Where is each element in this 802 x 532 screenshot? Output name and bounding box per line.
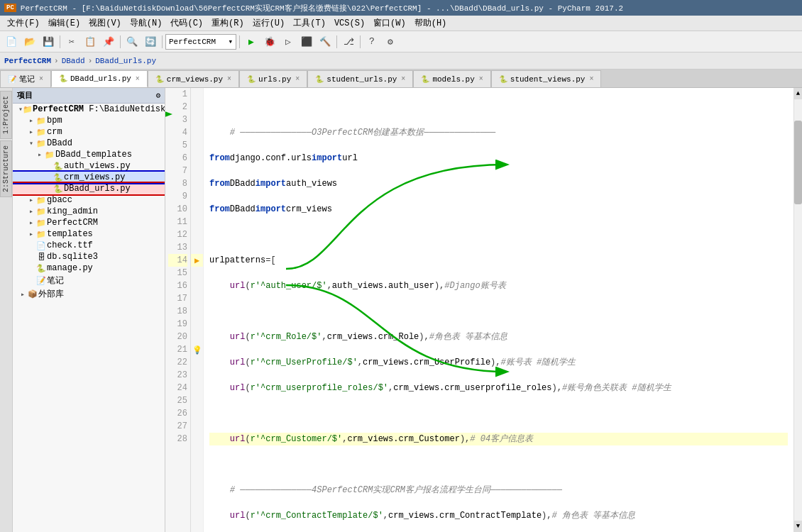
tab-models-close[interactable]: × xyxy=(479,75,483,83)
sidebar-header: 项目 ⚙ xyxy=(13,88,165,104)
tab-crm-views-close[interactable]: × xyxy=(227,75,231,83)
tab-models[interactable]: 🐍 models.py × xyxy=(413,70,490,87)
nav-item-project[interactable]: PerfectCRM xyxy=(4,57,51,65)
toolbar-build[interactable]: 🔨 xyxy=(317,34,334,50)
tree-perfectcrm-sub[interactable]: ▸ 📁 PerfectCRM xyxy=(13,217,165,228)
toolbar-run[interactable]: ▶ xyxy=(243,34,260,50)
nav-item-dbadd[interactable]: DBadd xyxy=(62,57,85,65)
file-icon-db-sqlite3: 🗄 xyxy=(35,253,47,262)
code-editor[interactable]: 1 2 3 4 5 6 7 8 9 10 11 12 13 14 15 16 1… xyxy=(165,88,793,532)
tab-notes[interactable]: 📝 笔记 × xyxy=(0,70,51,87)
menu-item[interactable]: 文件(F) xyxy=(3,17,44,29)
bulb-icon[interactable]: 💡 xyxy=(191,343,203,356)
menu-item[interactable]: 帮助(H) xyxy=(410,17,451,29)
file-icon-notes: 📝 xyxy=(35,276,47,285)
toolbar-copy[interactable]: 📋 xyxy=(82,34,99,50)
toolbar-run2[interactable]: ▷ xyxy=(280,34,297,50)
tree-notes[interactable]: ▸ 📝 笔记 xyxy=(13,274,165,287)
sidebar-settings-icon[interactable]: ⚙ xyxy=(155,91,160,100)
code-content[interactable]: # ——————————————O3PerfectCRM创建基本数据——————… xyxy=(204,88,793,532)
gutter-3 xyxy=(191,113,203,126)
tree-gbacc[interactable]: ▸ 📁 gbacc xyxy=(13,194,165,206)
toolbar-settings[interactable]: ⚙ xyxy=(382,34,399,50)
ln-22: 22 xyxy=(168,356,187,369)
menu-item[interactable]: 代码(C) xyxy=(166,17,207,29)
menu-item[interactable]: 窗口(W) xyxy=(369,17,410,29)
ln-14: 14 xyxy=(168,254,187,267)
tree-king-admin[interactable]: ▸ 📁 king_admin xyxy=(13,206,165,217)
tab-urls-close[interactable]: × xyxy=(295,75,300,83)
project-dropdown[interactable]: PerfectCRM ▾ xyxy=(165,34,236,50)
toolbar-paste[interactable]: 📌 xyxy=(100,34,117,50)
tab-crm-views[interactable]: 🐍 crm_views.py × xyxy=(148,70,239,87)
tree-arrow-gbacc: ▸ xyxy=(27,196,35,204)
tree-label-bpm: bpm xyxy=(47,116,62,126)
tree-label-auth-views: auth_views.py xyxy=(64,161,131,171)
scroll-up-btn[interactable]: ▲ xyxy=(794,88,802,99)
tab-student-views[interactable]: 🐍 student_views.py × xyxy=(491,70,602,87)
tree-crm[interactable]: ▸ 📁 crm xyxy=(13,126,165,138)
menu-item[interactable]: 导航(N) xyxy=(126,17,167,29)
menu-item[interactable]: 视图(V) xyxy=(84,17,126,29)
toolbar-new[interactable]: 📄 xyxy=(3,34,20,50)
menu-item[interactable]: VCS(S) xyxy=(330,18,369,28)
ln-26: 26 xyxy=(168,407,187,420)
ln-12: 12 xyxy=(168,228,187,241)
tree-dbadd[interactable]: ▾ 📁 DBadd xyxy=(13,138,165,149)
tree-check-ttf[interactable]: ▸ 📄 check.ttf xyxy=(13,240,165,251)
tree-label-templates: templates xyxy=(47,229,93,239)
code-line-7: urlpatterns = [ xyxy=(209,254,788,267)
tab-dbadd-urls[interactable]: 🐍 DBadd_urls.py × xyxy=(51,70,148,87)
toolbar-debug[interactable]: 🐞 xyxy=(261,34,278,50)
tree-manage-py[interactable]: ▸ 🐍 manage.py xyxy=(13,262,165,274)
tree-external-lib[interactable]: ▸ 📦 外部库 xyxy=(13,287,165,301)
tab-student-urls-close[interactable]: × xyxy=(401,75,405,83)
toolbar-cut[interactable]: ✂ xyxy=(63,34,80,50)
tab-notes-close[interactable]: × xyxy=(39,75,43,83)
main-area: 1:Project 2:Structure 项目 ⚙ ▾ 📁 PerfectCR… xyxy=(0,88,802,532)
tree-dbadd-urls[interactable]: ▸ 🐍 DBadd_urls.py xyxy=(13,183,165,194)
toolbar-separator-5 xyxy=(336,35,337,48)
ln-2: 2 xyxy=(168,101,187,113)
nav-item-file[interactable]: DBadd_urls.py xyxy=(95,57,156,65)
project-tab[interactable]: 1:Project xyxy=(0,91,12,139)
gutter-20 xyxy=(191,331,203,343)
sidebar-title: 项目 xyxy=(17,90,33,101)
tab-dbadd-urls-close[interactable]: × xyxy=(136,75,140,83)
tree-perfectcrm[interactable]: ▾ 📁 PerfectCRM F:\BaiduNetdiskDownload\5… xyxy=(13,104,165,115)
ln-27: 27 xyxy=(168,420,187,433)
gutter-10 xyxy=(191,203,203,216)
ln-28: 28 xyxy=(168,433,187,445)
code-line-17: url(r'^crm_ContractTemplate/$', crm_view… xyxy=(209,509,788,522)
tree-label-dbadd: DBadd xyxy=(47,138,72,148)
toolbar-open[interactable]: 📂 xyxy=(21,34,38,50)
toolbar-save[interactable]: 💾 xyxy=(40,34,57,50)
tab-student-urls[interactable]: 🐍 student_urls.py × xyxy=(307,70,413,87)
tree-label-perfectcrm-sub: PerfectCRM xyxy=(47,218,98,228)
tree-bpm[interactable]: ▸ 📁 bpm xyxy=(13,115,165,126)
scroll-thumb[interactable] xyxy=(794,121,802,205)
vertical-scrollbar[interactable]: ▲ ▼ xyxy=(793,88,802,532)
line-numbers: 1 2 3 4 5 6 7 8 9 10 11 12 13 14 15 16 1… xyxy=(165,88,191,532)
gutter-22 xyxy=(191,356,203,369)
toolbar-help[interactable]: ? xyxy=(363,34,380,50)
tree-dbadd-templates[interactable]: ▸ 📁 DBadd_templates xyxy=(13,149,165,160)
toolbar-search[interactable]: 🔍 xyxy=(123,34,141,50)
toolbar-vcs[interactable]: ⎇ xyxy=(340,34,357,50)
toolbar-replace[interactable]: 🔄 xyxy=(142,34,159,50)
tree-templates[interactable]: ▸ 📁 templates xyxy=(13,228,165,240)
folder-icon-templates: 📁 xyxy=(35,230,47,239)
menu-item[interactable]: 编辑(E) xyxy=(44,17,85,29)
tree-crm-views[interactable]: ▸ 🐍 crm_views.py xyxy=(13,172,165,183)
scroll-down-btn[interactable]: ▼ xyxy=(794,521,802,532)
menu-item[interactable]: 重构(R) xyxy=(207,17,248,29)
tab-student-views-close[interactable]: × xyxy=(589,75,593,83)
toolbar-stop[interactable]: ⬛ xyxy=(298,34,315,50)
structure-tab[interactable]: 2:Structure xyxy=(0,140,12,197)
menu-item[interactable]: 工具(T) xyxy=(289,17,330,29)
tab-urls[interactable]: 🐍 urls.py × xyxy=(239,70,307,87)
menu-item[interactable]: 运行(U) xyxy=(248,17,290,29)
tree-auth-views[interactable]: ▸ 🐍 auth_views.py xyxy=(13,160,165,172)
dropdown-arrow: ▾ xyxy=(228,37,233,46)
tree-db-sqlite3[interactable]: ▸ 🗄 db.sqlite3 xyxy=(13,251,165,262)
